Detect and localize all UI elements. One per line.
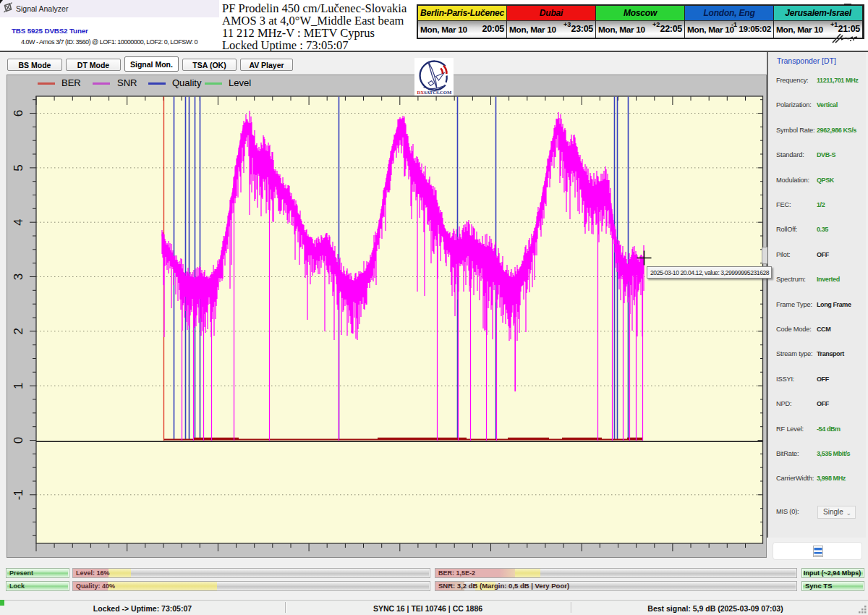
svg-text:6: 6: [12, 110, 25, 116]
svg-text:2: 2: [12, 328, 25, 334]
svg-text:-1: -1: [12, 489, 25, 500]
svg-text:3: 3: [12, 273, 25, 280]
svg-text:DXSATCS.COM: DXSATCS.COM: [417, 90, 452, 95]
svg-text:0: 0: [12, 437, 25, 444]
svg-text:5: 5: [12, 164, 25, 171]
svg-text:1: 1: [12, 382, 25, 389]
svg-text:4: 4: [12, 219, 25, 225]
